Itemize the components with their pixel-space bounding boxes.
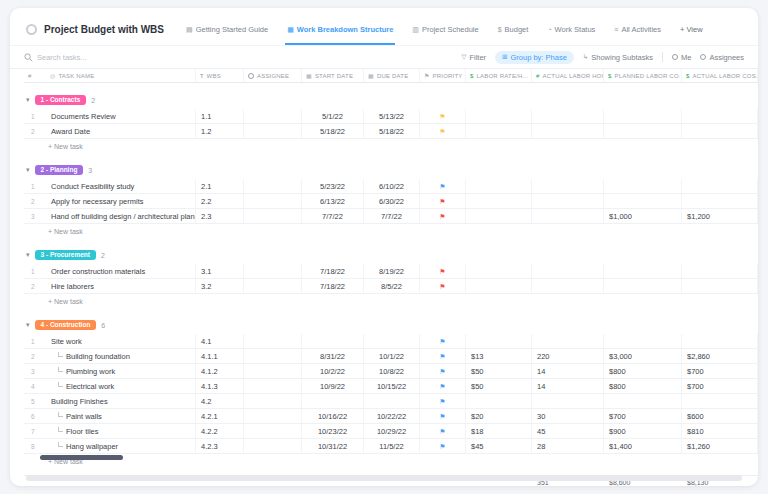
- start-date-cell[interactable]: 7/18/22: [302, 264, 364, 278]
- labor-rate-cell[interactable]: [466, 109, 532, 123]
- priority-cell[interactable]: ⚑: [420, 179, 466, 193]
- start-date-cell[interactable]: 8/31/22: [302, 349, 364, 363]
- task-name-cell[interactable]: Hang wallpaper: [46, 439, 196, 453]
- task-name-cell[interactable]: Electrical work: [46, 379, 196, 393]
- task-name-cell[interactable]: Conduct Feasibility study: [46, 179, 196, 193]
- task-name-cell[interactable]: Hand off building design / architectural…: [46, 209, 196, 223]
- labor-hours-cell[interactable]: 30: [532, 409, 604, 423]
- wbs-cell[interactable]: 4.1.1: [196, 349, 244, 363]
- due-date-cell[interactable]: [364, 334, 420, 348]
- labor-rate-cell[interactable]: $50: [466, 379, 532, 393]
- search-box[interactable]: [24, 48, 132, 66]
- wbs-cell[interactable]: 3.2: [196, 279, 244, 293]
- start-date-cell[interactable]: 6/13/22: [302, 194, 364, 208]
- labor-rate-cell[interactable]: [466, 264, 532, 278]
- chevron-down-icon[interactable]: ▾: [26, 251, 30, 259]
- actual-cost-cell[interactable]: [682, 264, 758, 278]
- labor-hours-cell[interactable]: [532, 334, 604, 348]
- labor-rate-cell[interactable]: [466, 194, 532, 208]
- labor-hours-cell[interactable]: [532, 209, 604, 223]
- due-date-cell[interactable]: 8/5/22: [364, 279, 420, 293]
- actual-cost-cell[interactable]: $600: [682, 409, 758, 423]
- priority-cell[interactable]: ⚑: [420, 379, 466, 393]
- new-task-button[interactable]: + New task: [24, 454, 758, 468]
- labor-hours-cell[interactable]: 14: [532, 364, 604, 378]
- col-actual-labor-hours[interactable]: #ACTUAL LABOR HOURS: [532, 69, 604, 82]
- labor-rate-cell[interactable]: $50: [466, 364, 532, 378]
- priority-cell[interactable]: ⚑: [420, 394, 466, 408]
- planned-cost-cell[interactable]: [604, 334, 682, 348]
- col-task-name[interactable]: ◎TASK NAME: [46, 69, 196, 82]
- tab-project-schedule[interactable]: ▥Project Schedule: [410, 14, 480, 45]
- labor-rate-cell[interactable]: [466, 394, 532, 408]
- start-date-cell[interactable]: 5/18/22: [302, 124, 364, 138]
- wbs-cell[interactable]: 1.2: [196, 124, 244, 138]
- task-name-cell[interactable]: Floor tiles: [46, 424, 196, 438]
- task-row[interactable]: 3 Hand off building design / architectur…: [24, 209, 758, 224]
- assignee-cell[interactable]: [244, 209, 302, 223]
- labor-hours-cell[interactable]: 220: [532, 349, 604, 363]
- wbs-cell[interactable]: 2.2: [196, 194, 244, 208]
- col-start-date[interactable]: ▦START DATE: [302, 69, 364, 82]
- due-date-cell[interactable]: 11/5/22: [364, 439, 420, 453]
- group-badge[interactable]: 4 - Construction: [35, 320, 97, 331]
- assignees-button[interactable]: Assignees: [700, 53, 744, 62]
- wbs-cell[interactable]: 1.1: [196, 109, 244, 123]
- priority-cell[interactable]: ⚑: [420, 334, 466, 348]
- wbs-cell[interactable]: 4.2.3: [196, 439, 244, 453]
- task-row[interactable]: 2 Apply for necessary permits 2.2 6/13/2…: [24, 194, 758, 209]
- wbs-cell[interactable]: 2.3: [196, 209, 244, 223]
- col-priority[interactable]: ⚑PRIORITY: [420, 69, 466, 82]
- assignee-cell[interactable]: [244, 379, 302, 393]
- actual-cost-cell[interactable]: [682, 109, 758, 123]
- priority-cell[interactable]: ⚑: [420, 409, 466, 423]
- start-date-cell[interactable]: 5/23/22: [302, 179, 364, 193]
- task-name-cell[interactable]: Hire laborers: [46, 279, 196, 293]
- task-name-cell[interactable]: Paint walls: [46, 409, 196, 423]
- due-date-cell[interactable]: 10/1/22: [364, 349, 420, 363]
- planned-cost-cell[interactable]: $1,000: [604, 209, 682, 223]
- actual-cost-cell[interactable]: [682, 334, 758, 348]
- planned-cost-cell[interactable]: [604, 264, 682, 278]
- task-row[interactable]: 4 Electrical work 4.1.3 10/9/22 10/15/22…: [24, 379, 758, 394]
- task-row[interactable]: 3 Plumbing work 4.1.2 10/2/22 10/8/22 ⚑ …: [24, 364, 758, 379]
- me-filter-button[interactable]: Me: [672, 53, 691, 62]
- start-date-cell[interactable]: 10/23/22: [302, 424, 364, 438]
- due-date-cell[interactable]: 5/18/22: [364, 124, 420, 138]
- actual-cost-cell[interactable]: $2,860: [682, 349, 758, 363]
- labor-rate-cell[interactable]: [466, 179, 532, 193]
- due-date-cell[interactable]: 6/30/22: [364, 194, 420, 208]
- showing-subtasks-button[interactable]: ↳Showing Subtasks: [583, 53, 653, 62]
- chevron-down-icon[interactable]: ▾: [26, 321, 30, 329]
- assignee-cell[interactable]: [244, 109, 302, 123]
- priority-cell[interactable]: ⚑: [420, 209, 466, 223]
- planned-cost-cell[interactable]: [604, 194, 682, 208]
- chevron-down-icon[interactable]: ▾: [26, 166, 30, 174]
- priority-cell[interactable]: ⚑: [420, 109, 466, 123]
- due-date-cell[interactable]: 5/13/22: [364, 109, 420, 123]
- labor-rate-cell[interactable]: $45: [466, 439, 532, 453]
- labor-hours-cell[interactable]: [532, 394, 604, 408]
- labor-rate-cell[interactable]: $18: [466, 424, 532, 438]
- labor-hours-cell[interactable]: 14: [532, 379, 604, 393]
- start-date-cell[interactable]: 10/9/22: [302, 379, 364, 393]
- group-badge[interactable]: 2 - Planning: [35, 165, 84, 176]
- labor-hours-cell[interactable]: [532, 264, 604, 278]
- labor-hours-cell[interactable]: 28: [532, 439, 604, 453]
- assignee-cell[interactable]: [244, 349, 302, 363]
- start-date-cell[interactable]: 10/31/22: [302, 439, 364, 453]
- task-row[interactable]: 5 Building Finishes 4.2 ⚑: [24, 394, 758, 409]
- task-row[interactable]: 7 Floor tiles 4.2.2 10/23/22 10/29/22 ⚑ …: [24, 424, 758, 439]
- wbs-cell[interactable]: 4.1: [196, 334, 244, 348]
- task-name-cell[interactable]: Order construction materials: [46, 264, 196, 278]
- actual-cost-cell[interactable]: [682, 194, 758, 208]
- wbs-cell[interactable]: 4.2: [196, 394, 244, 408]
- task-name-cell[interactable]: Plumbing work: [46, 364, 196, 378]
- col-assignee[interactable]: ASSIGNEE: [244, 69, 302, 82]
- task-row[interactable]: 6 Paint walls 4.2.1 10/16/22 10/22/22 ⚑ …: [24, 409, 758, 424]
- task-name-cell[interactable]: Apply for necessary permits: [46, 194, 196, 208]
- start-date-cell[interactable]: 7/18/22: [302, 279, 364, 293]
- group-badge[interactable]: 3 - Procurement: [35, 250, 97, 261]
- col-due-date[interactable]: ▦DUE DATE: [364, 69, 420, 82]
- due-date-cell[interactable]: 10/15/22: [364, 379, 420, 393]
